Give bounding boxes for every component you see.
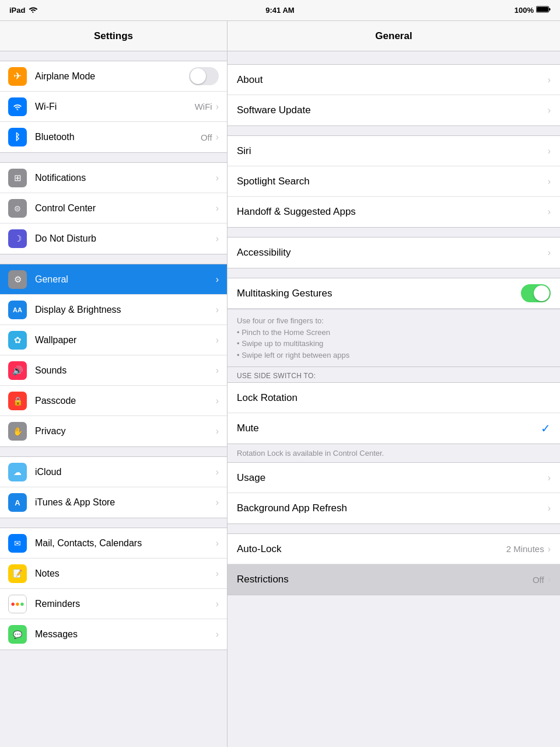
row-about[interactable]: About › bbox=[228, 65, 560, 95]
row-reminders[interactable]: ●●● Reminders › bbox=[0, 589, 227, 619]
notes-label: Notes bbox=[35, 568, 216, 579]
handoff-label: Handoff & Suggested Apps bbox=[237, 206, 548, 218]
spotlight-search-chevron-icon: › bbox=[548, 176, 551, 187]
row-siri[interactable]: Siri › bbox=[228, 136, 560, 166]
accessibility-label: Accessibility bbox=[237, 247, 548, 259]
left-panel-header: Settings bbox=[0, 21, 227, 51]
row-airplane-mode[interactable]: ✈ Airplane Mode bbox=[0, 61, 227, 92]
row-auto-lock[interactable]: Auto-Lock 2 Minutes › bbox=[228, 534, 560, 564]
status-right: 100% bbox=[514, 6, 551, 15]
mute-label: Mute bbox=[237, 423, 541, 434]
general-icon: ⚙ bbox=[8, 270, 27, 289]
auto-lock-chevron-icon: › bbox=[548, 544, 551, 554]
row-wallpaper[interactable]: ✿ Wallpaper › bbox=[0, 325, 227, 355]
section-system: ⊞ Notifications › ⊜ Control Center › ☽ D… bbox=[0, 162, 227, 254]
mute-checkmark-icon: ✓ bbox=[541, 421, 551, 435]
display-brightness-label: Display & Brightness bbox=[35, 305, 216, 315]
row-notes[interactable]: 📝 Notes › bbox=[0, 558, 227, 589]
status-bar: iPad 9:41 AM 100% bbox=[0, 0, 560, 21]
bluetooth-value: Off bbox=[201, 132, 212, 142]
row-spotlight-search[interactable]: Spotlight Search › bbox=[228, 166, 560, 197]
row-restrictions[interactable]: Restrictions Off › bbox=[228, 564, 560, 595]
icloud-icon: ☁ bbox=[8, 463, 27, 481]
section-lock-restrictions: Auto-Lock 2 Minutes › Restrictions Off › bbox=[228, 533, 560, 595]
do-not-disturb-label: Do Not Disturb bbox=[35, 233, 216, 244]
row-control-center[interactable]: ⊜ Control Center › bbox=[0, 193, 227, 224]
reminders-label: Reminders bbox=[35, 599, 216, 609]
general-label: General bbox=[35, 274, 216, 285]
wifi-label: Wi-Fi bbox=[35, 102, 195, 112]
restrictions-value: Off bbox=[533, 575, 544, 585]
row-passcode[interactable]: 🔒 Passcode › bbox=[0, 386, 227, 416]
section-general-group: ⚙ General › AA Display & Brightness › ✿ … bbox=[0, 264, 227, 447]
right-panel-title: General bbox=[375, 30, 412, 42]
row-icloud[interactable]: ☁ iCloud › bbox=[0, 457, 227, 487]
itunes-appstore-chevron-icon: › bbox=[216, 497, 219, 508]
passcode-chevron-icon: › bbox=[216, 396, 219, 406]
notes-icon: 📝 bbox=[8, 564, 27, 583]
mail-contacts-icon: ✉ bbox=[8, 534, 27, 553]
row-privacy[interactable]: ✋ Privacy › bbox=[0, 416, 227, 446]
control-center-chevron-icon: › bbox=[216, 203, 219, 214]
sounds-label: Sounds bbox=[35, 365, 216, 376]
row-do-not-disturb[interactable]: ☽ Do Not Disturb › bbox=[0, 224, 227, 254]
privacy-label: Privacy bbox=[35, 426, 216, 437]
handoff-chevron-icon: › bbox=[548, 207, 551, 217]
svg-rect-2 bbox=[549, 8, 551, 11]
passcode-icon: 🔒 bbox=[8, 392, 27, 410]
background-app-refresh-label: Background App Refresh bbox=[237, 502, 548, 514]
section-info: About › Software Update › bbox=[228, 64, 560, 126]
row-software-update[interactable]: Software Update › bbox=[228, 95, 560, 125]
notes-chevron-icon: › bbox=[216, 568, 219, 579]
row-itunes-appstore[interactable]: A iTunes & App Store › bbox=[0, 487, 227, 518]
row-bluetooth[interactable]: ᛒ Bluetooth Off › bbox=[0, 122, 227, 152]
notifications-chevron-icon: › bbox=[216, 173, 219, 183]
usage-chevron-icon: › bbox=[548, 473, 551, 483]
left-panel: Settings ✈ Airplane Mode Wi-Fi WiFi › ᛒ … bbox=[0, 21, 228, 747]
multitasking-gestures-label: Multitasking Gestures bbox=[237, 288, 521, 299]
privacy-icon: ✋ bbox=[8, 422, 27, 441]
airplane-mode-label: Airplane Mode bbox=[35, 71, 189, 82]
bluetooth-icon: ᛒ bbox=[8, 128, 27, 146]
row-general[interactable]: ⚙ General › bbox=[0, 264, 227, 295]
wifi-icon bbox=[8, 97, 27, 116]
do-not-disturb-icon: ☽ bbox=[8, 229, 27, 248]
row-handoff[interactable]: Handoff & Suggested Apps › bbox=[228, 197, 560, 227]
auto-lock-value: 2 Minutes bbox=[506, 544, 544, 554]
row-usage[interactable]: Usage › bbox=[228, 463, 560, 493]
lock-rotation-label: Lock Rotation bbox=[237, 392, 551, 404]
icloud-chevron-icon: › bbox=[216, 467, 219, 477]
bluetooth-label: Bluetooth bbox=[35, 132, 201, 142]
row-wifi[interactable]: Wi-Fi WiFi › bbox=[0, 92, 227, 122]
wallpaper-chevron-icon: › bbox=[216, 335, 219, 345]
about-chevron-icon: › bbox=[548, 75, 551, 85]
row-messages[interactable]: 💬 Messages › bbox=[0, 619, 227, 650]
mail-contacts-chevron-icon: › bbox=[216, 538, 219, 549]
row-mute[interactable]: Mute ✓ bbox=[228, 413, 560, 444]
row-lock-rotation[interactable]: Lock Rotation bbox=[228, 383, 560, 413]
row-notifications[interactable]: ⊞ Notifications › bbox=[0, 163, 227, 193]
about-label: About bbox=[237, 74, 548, 86]
battery-icon bbox=[536, 6, 551, 15]
row-background-app-refresh[interactable]: Background App Refresh › bbox=[228, 493, 560, 523]
row-multitasking-gestures[interactable]: Multitasking Gestures bbox=[228, 278, 560, 309]
mail-contacts-label: Mail, Contacts, Calendars bbox=[35, 538, 216, 549]
wallpaper-icon: ✿ bbox=[8, 331, 27, 350]
row-display-brightness[interactable]: AA Display & Brightness › bbox=[0, 295, 227, 325]
side-switch-section-label: USE SIDE SWITCH TO: bbox=[228, 367, 560, 382]
itunes-appstore-icon: A bbox=[8, 493, 27, 512]
siri-label: Siri bbox=[237, 145, 548, 157]
section-usage: Usage › Background App Refresh › bbox=[228, 462, 560, 524]
itunes-appstore-label: iTunes & App Store bbox=[35, 497, 216, 508]
row-accessibility[interactable]: Accessibility › bbox=[228, 238, 560, 268]
notifications-icon: ⊞ bbox=[8, 169, 27, 187]
multitasking-gestures-toggle[interactable] bbox=[521, 284, 551, 302]
auto-lock-label: Auto-Lock bbox=[237, 543, 506, 555]
software-update-chevron-icon: › bbox=[548, 105, 551, 116]
row-mail-contacts[interactable]: ✉ Mail, Contacts, Calendars › bbox=[0, 528, 227, 558]
wallpaper-label: Wallpaper bbox=[35, 335, 216, 345]
row-sounds[interactable]: 🔊 Sounds › bbox=[0, 355, 227, 386]
airplane-mode-toggle[interactable] bbox=[189, 67, 219, 85]
rotation-lock-note: Rotation Lock is available in Control Ce… bbox=[228, 444, 560, 462]
icloud-label: iCloud bbox=[35, 467, 216, 477]
